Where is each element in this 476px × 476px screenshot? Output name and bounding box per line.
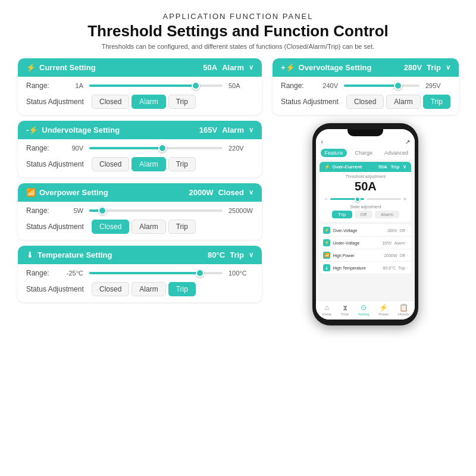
current-dropdown-icon[interactable]: ∨	[249, 64, 253, 71]
undervoltage-alarm-btn[interactable]: Alarm	[131, 157, 165, 171]
undervoltage-setting-header-right: 165V Alarm ∨	[199, 126, 253, 134]
phone-slider-track[interactable]	[330, 198, 364, 200]
temperature-range-row: Range: -25°C 100°C	[26, 269, 253, 277]
overvoltage-closed-btn[interactable]: Closed	[346, 95, 384, 109]
phone-nav-setting[interactable]: ⊙ Setting	[358, 303, 369, 316]
undervoltage-slider-track[interactable]	[89, 147, 223, 149]
current-value: 50A	[203, 63, 217, 72]
phone-threshold-value: 50A	[324, 180, 406, 193]
overpower-icon: 📶	[26, 188, 36, 197]
page-title-sub: APPLICATION FUNCTION PANEL	[162, 12, 313, 21]
temperature-setting-body: Range: -25°C 100°C Status Adjustment Clo…	[18, 264, 262, 302]
phone-state-off-btn[interactable]: Off	[355, 211, 373, 218]
phone-nav-home[interactable]: ⌂ Home	[322, 303, 331, 316]
undervoltage-closed-btn[interactable]: Closed	[92, 157, 129, 171]
phone-nav-power[interactable]: ⚡ Power	[378, 303, 389, 316]
undervoltage-slider-fill	[89, 147, 162, 149]
page-title-main: Threshold Settings and Function Control	[87, 22, 389, 40]
temperature-setting-card: 🌡 Temperature Setting 80°C Trip ∨ Range:…	[18, 246, 262, 302]
overvoltage-status-row: Status Adjustment Closed Alarm Trip	[281, 95, 450, 109]
phone-nav-time-icon: ⧗	[343, 303, 347, 312]
undervoltage-setting-header[interactable]: -⚡ Undervoltage Setting 165V Alarm ∨	[18, 121, 262, 139]
temperature-slider-track[interactable]	[89, 272, 223, 274]
overvoltage-slider-track[interactable]	[344, 84, 419, 87]
overpower-setting-header-left: 📶 Overpower Setting	[26, 188, 108, 197]
overvoltage-dropdown-icon[interactable]: ∨	[446, 64, 450, 71]
phone-list-highpower-icon: 📶	[323, 252, 330, 259]
temperature-trip-btn[interactable]: Trip	[168, 282, 196, 296]
overvoltage-label: Overvoltage Setting	[299, 63, 372, 72]
current-trip-btn[interactable]: Trip	[168, 95, 196, 109]
overvoltage-range-min: 240V	[315, 82, 338, 89]
temperature-closed-btn[interactable]: Closed	[92, 282, 129, 296]
temperature-setting-header[interactable]: 🌡 Temperature Setting 80°C Trip ∨	[18, 246, 262, 264]
phone-list: ⚡ Over-Voltage 280V Off › ⚡ Under-Voltag…	[320, 224, 411, 274]
phone-list-hightemp-name: High Temperature	[333, 266, 383, 270]
phone-list-highpower-arrow: ›	[406, 253, 408, 258]
current-range-row: Range: 1A 50A	[26, 82, 253, 90]
phone-list-undervoltage-arrow: ›	[406, 240, 408, 246]
overpower-closed-btn[interactable]: Closed	[92, 220, 129, 234]
phone-list-item-undervoltage[interactable]: ⚡ Under-Voltage 165V Alarm ›	[320, 237, 411, 249]
phone-list-item-overvoltage[interactable]: ⚡ Over-Voltage 280V Off ›	[320, 224, 411, 237]
current-alarm-btn[interactable]: Alarm	[131, 95, 165, 109]
overvoltage-alarm-btn[interactable]: Alarm	[386, 95, 420, 109]
phone-back-arrow[interactable]: ‹	[321, 139, 322, 145]
phone-plus-btn[interactable]: +	[403, 196, 407, 202]
temperature-setting-header-left: 🌡 Temperature Setting	[26, 250, 112, 259]
current-setting-header-right: 50A Alarm ∨	[203, 63, 253, 72]
overpower-setting-header[interactable]: 📶 Overpower Setting 2000W Closed ∨	[18, 183, 262, 202]
overvoltage-setting-header[interactable]: +⚡ Overvoltage Setting 280V Trip ∨	[273, 58, 459, 77]
overvoltage-range-label: Range:	[281, 82, 309, 90]
undervoltage-trip-btn[interactable]: Trip	[168, 157, 196, 171]
overpower-alarm-btn[interactable]: Alarm	[131, 220, 165, 234]
phone-list-undervoltage-icon: ⚡	[323, 239, 330, 246]
overpower-trip-btn[interactable]: Trip	[168, 220, 196, 234]
phone-list-overvoltage-icon: ⚡	[323, 227, 330, 234]
current-slider-track[interactable]	[89, 84, 223, 87]
phone-overcurrent-arrow[interactable]: ∨	[403, 164, 406, 170]
undervoltage-dropdown-icon[interactable]: ∨	[249, 126, 253, 134]
temperature-range-min: -25°C	[61, 270, 83, 277]
current-closed-btn[interactable]: Closed	[92, 95, 129, 109]
undervoltage-value: 165V	[199, 126, 217, 134]
overvoltage-value: 280V	[404, 63, 422, 72]
phone-nav-history-icon: 📋	[399, 303, 408, 312]
overvoltage-setting-header-left: +⚡ Overvoltage Setting	[281, 63, 371, 72]
phone-list-overvoltage-val: 280V	[387, 228, 397, 233]
phone-overcurrent-header[interactable]: ⚡ Over-Current 50A Trip ∨	[320, 162, 411, 172]
phone-forward-arrow[interactable]: ↗	[405, 139, 410, 145]
phone-list-item-hightemp[interactable]: 🌡 High Temperature 80.6°C Trip ›	[320, 262, 411, 274]
phone-nav-power-label: Power	[378, 312, 389, 316]
phone-list-item-highpower[interactable]: 📶 High Power 2000W Off ›	[320, 249, 411, 262]
overvoltage-trip-btn[interactable]: Trip	[423, 95, 450, 109]
phone-slider-row: − +	[324, 196, 406, 202]
phone-overcurrent-icon: ⚡	[324, 164, 330, 170]
undervoltage-range-min: 90V	[61, 145, 83, 152]
undervoltage-setting-body: Range: 90V 220V Status Adjustment Closed…	[18, 139, 262, 177]
phone-minus-btn[interactable]: −	[324, 196, 328, 202]
phone-tab-advanced[interactable]: Advanced	[381, 149, 412, 157]
phone-nav-power-icon: ⚡	[379, 303, 388, 312]
overpower-setting-card: 📶 Overpower Setting 2000W Closed ∨ Range…	[18, 183, 262, 240]
current-setting-header[interactable]: ⚡ Current Setting 50A Alarm ∨	[18, 58, 262, 77]
phone-nav-history[interactable]: 📋 History	[398, 303, 409, 316]
phone-list-hightemp-icon: 🌡	[323, 264, 330, 271]
left-panel: ⚡ Current Setting 50A Alarm ∨ Range: 1A	[18, 58, 262, 325]
temperature-dropdown-icon[interactable]: ∨	[249, 251, 253, 259]
overpower-range-row: Range: 5W 25000W	[26, 206, 253, 215]
overpower-status-buttons: Closed Alarm Trip	[92, 220, 196, 234]
overpower-slider-track[interactable]	[89, 209, 223, 212]
overpower-dropdown-icon[interactable]: ∨	[249, 189, 253, 196]
phone-state-alarm-btn[interactable]: Alarm	[375, 211, 399, 218]
phone-tab-feature[interactable]: Feature	[321, 149, 346, 157]
temperature-alarm-btn[interactable]: Alarm	[131, 282, 165, 296]
current-range-max: 50A	[228, 82, 253, 89]
temperature-slider-fill	[89, 272, 200, 274]
undervoltage-label: Undervoltage Setting	[42, 126, 120, 134]
phone-nav-time[interactable]: ⧗ Time	[341, 303, 349, 316]
phone-tab-charge[interactable]: Charge	[352, 149, 377, 157]
phone-state-trip-btn[interactable]: Trip	[332, 211, 352, 218]
phone-screen: ‹ ↗ Feature Charge Advanced ⚡ Over-Cur	[316, 129, 415, 320]
phone-nav-history-label: History	[398, 312, 409, 316]
